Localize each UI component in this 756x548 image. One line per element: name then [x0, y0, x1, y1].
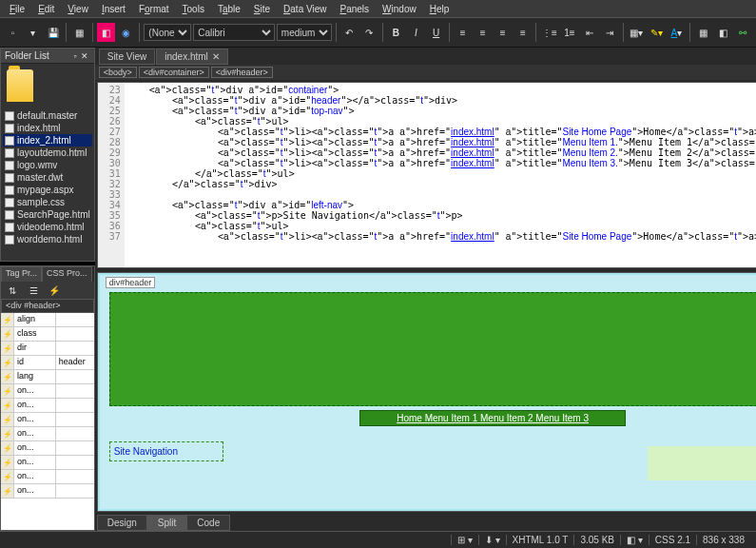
tag-row[interactable]: ⚡on... — [1, 456, 94, 470]
status-download[interactable]: ⬇ ▾ — [478, 535, 506, 545]
code-content[interactable]: <a">class="t">div a">id="container"> <a"… — [125, 83, 756, 267]
status-schema[interactable]: ◧ ▾ — [620, 535, 649, 545]
menu-tools[interactable]: Tools — [177, 2, 210, 16]
fontcolor-btn[interactable]: A▾ — [668, 23, 686, 42]
file-item[interactable]: logo.wmv — [3, 159, 92, 171]
status-css[interactable]: CSS 2.1 — [649, 535, 696, 545]
tag-row[interactable]: ⚡idheader — [1, 356, 94, 370]
borders-btn[interactable]: ▦▾ — [628, 23, 646, 42]
new-btn[interactable]: ▫ — [4, 23, 22, 42]
folder-pin-icon[interactable]: ▫ — [72, 51, 79, 61]
file-icon — [5, 198, 14, 207]
main-toolbar: ▫ ▾ 💾 ▦ ◧ ◉ (None) Calibri medium ↶ ↷ B … — [0, 17, 756, 48]
bold-btn[interactable]: B — [387, 23, 405, 42]
tag-show-btn[interactable]: ⚡ — [45, 281, 64, 300]
tag-sort-btn[interactable]: ⇅ — [3, 281, 22, 300]
preview-sidebar-block[interactable] — [648, 446, 756, 480]
bc-header[interactable]: <div#header> — [211, 67, 273, 78]
file-item[interactable]: SearchPage.html — [3, 208, 92, 221]
tag-breadcrumb: <div #header> — [1, 299, 94, 313]
view-tab-design[interactable]: Design — [97, 515, 147, 531]
highlight-btn[interactable]: ✎▾ — [648, 23, 666, 42]
bullets-btn[interactable]: ⋮≡ — [540, 23, 558, 42]
view-tab-code[interactable]: Code — [186, 515, 230, 531]
tag-row[interactable]: ⚡dir — [1, 342, 94, 356]
browser-btn[interactable]: ◉ — [117, 23, 135, 42]
file-item[interactable]: index_2.html — [3, 134, 92, 147]
tag-row[interactable]: ⚡align — [1, 313, 94, 327]
file-icon — [5, 111, 14, 121]
tab-tag-properties[interactable]: Tag Pr... — [1, 266, 42, 282]
menu-table[interactable]: Table — [212, 2, 246, 16]
tag-cat-btn[interactable]: ☰ — [24, 281, 43, 300]
tag-row[interactable]: ⚡on... — [1, 484, 94, 499]
tab-css-properties[interactable]: CSS Pro... — [42, 266, 92, 282]
menu-edit[interactable]: Edit — [32, 2, 60, 16]
size-select[interactable]: medium — [277, 24, 332, 41]
file-item[interactable]: default.master — [3, 109, 92, 122]
align-center-btn[interactable]: ≡ — [474, 23, 492, 42]
menu-help[interactable]: Help — [424, 2, 456, 16]
preview-header-div[interactable] — [109, 292, 756, 406]
outdent-btn[interactable]: ⇤ — [581, 23, 599, 42]
save-btn[interactable]: 💾 — [44, 23, 62, 42]
menu-site[interactable]: Site — [248, 2, 276, 16]
numbering-btn[interactable]: 1≡ — [560, 23, 578, 42]
tag-row[interactable]: ⚡on... — [1, 427, 94, 441]
tag-row[interactable]: ⚡on... — [1, 441, 94, 456]
italic-btn[interactable]: I — [407, 23, 425, 42]
status-visual-aids[interactable]: ⊞ ▾ — [451, 535, 478, 545]
align-left-btn[interactable]: ≡ — [454, 23, 472, 42]
layer-btn[interactable]: ◧ — [714, 23, 732, 42]
menu-panels[interactable]: Panels — [335, 2, 376, 16]
file-item[interactable]: worddemo.html — [3, 233, 92, 245]
redo-btn[interactable]: ↷ — [360, 23, 378, 42]
file-item[interactable]: layoutdemo.html — [3, 147, 92, 159]
menu-format[interactable]: Format — [133, 2, 175, 16]
menu-view[interactable]: View — [62, 2, 94, 16]
file-item[interactable]: index.html — [3, 122, 92, 134]
hyperlink-btn[interactable]: ⚯ — [734, 23, 752, 42]
bc-body[interactable]: <body> — [99, 67, 137, 78]
style-select[interactable]: (None) — [144, 24, 191, 41]
site-folder-icon[interactable] — [1, 64, 94, 108]
undo-btn[interactable]: ↶ — [340, 23, 359, 42]
tab-index-html[interactable]: index.html✕ — [156, 49, 228, 65]
file-list: default.masterindex.htmlindex_2.htmllayo… — [1, 108, 94, 261]
view-tab-split[interactable]: Split — [147, 515, 186, 531]
design-preview[interactable]: div#header Home Menu Item 1 Menu Item 2 … — [97, 272, 756, 512]
file-icon — [5, 235, 14, 245]
close-icon[interactable]: ✕ — [212, 51, 220, 62]
align-right-btn[interactable]: ≡ — [494, 23, 512, 42]
align-justify-btn[interactable]: ≡ — [514, 23, 532, 42]
tag-row[interactable]: ⚡class — [1, 327, 94, 342]
table-btn[interactable]: ▦ — [694, 23, 712, 42]
file-item[interactable]: videodemo.html — [3, 221, 92, 233]
preview-left-nav[interactable]: Site Navigation — [109, 441, 223, 461]
open-btn[interactable]: ▾ — [24, 23, 42, 42]
menu-file[interactable]: File — [4, 2, 30, 16]
menu-window[interactable]: Window — [377, 2, 422, 16]
file-item[interactable]: sample.css — [3, 196, 92, 208]
code-editor[interactable]: 23 24 25 26 27 28 29 30 31 32 33 34 35 3… — [97, 82, 756, 268]
indent-btn[interactable]: ⇥ — [601, 23, 619, 42]
preview-btn[interactable]: ▦ — [70, 23, 88, 42]
tag-row[interactable]: ⚡on... — [1, 384, 94, 399]
bc-container[interactable]: <div#container> — [139, 67, 209, 78]
underline-btn[interactable]: U — [427, 23, 445, 42]
tab-site-view[interactable]: Site View — [99, 49, 156, 65]
preview-top-nav[interactable]: Home Menu Item 1 Menu Item 2 Menu Item 3 — [359, 410, 626, 426]
tag-row[interactable]: ⚡on... — [1, 470, 94, 484]
menu-dataview[interactable]: Data View — [278, 2, 332, 16]
document-tabs: Site View index.html✕ — [95, 48, 756, 65]
menu-insert[interactable]: Insert — [96, 2, 131, 16]
tag-row[interactable]: ⚡on... — [1, 399, 94, 413]
folder-close-icon[interactable]: ✕ — [79, 51, 90, 61]
font-select[interactable]: Calibri — [193, 24, 275, 41]
file-item[interactable]: mypage.aspx — [3, 184, 92, 196]
superpreview-btn[interactable]: ◧ — [97, 23, 115, 42]
tag-row[interactable]: ⚡lang — [1, 370, 94, 384]
status-xhtml[interactable]: XHTML 1.0 T — [506, 535, 574, 545]
tag-row[interactable]: ⚡on... — [1, 413, 94, 427]
file-item[interactable]: master.dwt — [3, 171, 92, 184]
